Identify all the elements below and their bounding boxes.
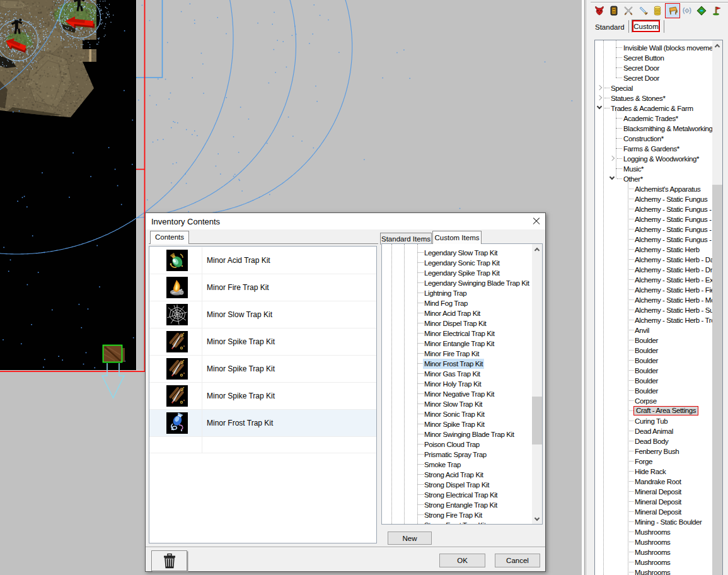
item-tree-row[interactable]: Strong Frost Trap Kit <box>382 520 532 525</box>
placeables-icon[interactable] <box>667 6 678 16</box>
item-tree-row[interactable]: Legendary Sonic Trap Kit <box>382 257 532 267</box>
scroll-thumb[interactable] <box>532 397 543 444</box>
palette-tree-item[interactable]: Boulder <box>595 355 712 365</box>
delete-button[interactable] <box>151 550 187 571</box>
palette-tree-item[interactable]: Mineral Deposit <box>595 486 712 496</box>
encounters-icon[interactable] <box>623 6 633 16</box>
palette-tree-item[interactable]: Corpse <box>595 395 712 405</box>
panel-splitter[interactable] <box>582 0 587 575</box>
palette-tree-item[interactable]: Alchemy - Static Herb - Moss <box>595 294 712 305</box>
palette-tree-item[interactable]: Mushrooms <box>595 557 712 567</box>
palette-tree-item[interactable]: Forge <box>595 456 712 466</box>
palette-tree-item[interactable]: Logging & Woodworking* <box>595 153 712 163</box>
item-tree-row[interactable]: Legendary Spike Trap Kit <box>382 267 532 277</box>
chevron-down-icon[interactable] <box>597 104 602 109</box>
palette-tree-item[interactable]: Blacksmithing & Metalworking* <box>595 123 712 133</box>
chevron-down-icon[interactable] <box>610 175 615 180</box>
item-tree-row[interactable]: Legendary Slow Trap Kit <box>382 247 532 257</box>
ok-button[interactable]: OK <box>439 554 485 567</box>
palette-tree-item[interactable]: Mineral Deposit <box>595 506 712 516</box>
scroll-thumb[interactable] <box>712 185 723 575</box>
item-tree-row[interactable]: Minor Slow Trap Kit <box>382 398 532 409</box>
palette-tree-item[interactable]: Boulder <box>595 375 712 385</box>
item-tree-row[interactable]: Minor Fire Trap Kit <box>382 348 532 358</box>
palette-tree-item[interactable]: Anvil <box>595 325 712 335</box>
item-tree-row[interactable]: Minor Dispel Trap Kit <box>382 318 532 328</box>
cancel-button[interactable]: Cancel <box>495 554 540 567</box>
palette-tree-item[interactable]: Alchemy - Static Fungus - Green <box>595 214 712 224</box>
item-tree-row[interactable]: Mind Fog Trap <box>382 298 532 308</box>
palette-tree-item[interactable]: Secret Door <box>595 62 712 73</box>
item-tree-row[interactable]: Minor Sonic Trap Kit <box>382 409 532 419</box>
tab-contents[interactable]: Contents <box>150 231 189 244</box>
palette-tree-item[interactable]: Statues & Stones* <box>595 93 712 103</box>
inventory-row[interactable]: Minor Fire Trap Kit <box>149 274 376 301</box>
palette-tree-item[interactable]: Alchemy - Static Herb - Field <box>595 284 712 294</box>
scroll-down-button[interactable] <box>532 514 543 525</box>
item-tree-row[interactable]: Minor Electrical Trap Kit <box>382 328 532 338</box>
item-tree-row[interactable]: Strong Fire Trap Kit <box>382 509 532 520</box>
item-tree-row[interactable]: Minor Gas Trap Kit <box>382 368 532 378</box>
palette-tree-item[interactable]: Alchemy - Static Fungus - Blue <box>595 204 712 214</box>
item-tree-row[interactable]: Minor Swinging Blade Trap Kit <box>382 429 532 439</box>
doors-icon[interactable] <box>609 6 619 16</box>
scroll-up-button[interactable] <box>532 244 543 255</box>
palette-tree-item[interactable]: Alchemy - Static Fungus - Tan <box>595 234 712 244</box>
palette-tree-item[interactable]: Boulder <box>595 365 712 375</box>
palette-tree-item[interactable]: Craft - Area Settings <box>595 405 712 415</box>
triggers-icon[interactable] <box>696 6 707 16</box>
palette-tree-item[interactable]: Boulder <box>595 385 712 395</box>
palette-tree-item[interactable]: Mushrooms <box>595 537 712 547</box>
item-tree-row[interactable]: Minor Entangle Trap Kit <box>382 338 532 348</box>
palette-tree-item[interactable]: Mushrooms <box>595 567 712 575</box>
inventory-row[interactable]: Minor Spike Trap Kit <box>149 328 376 356</box>
item-palette-tree[interactable]: Legendary Slow Trap KitLegendary Sonic T… <box>381 243 543 525</box>
palette-tree-item[interactable]: Dead Body <box>595 436 712 446</box>
tab-custom-items[interactable]: Custom Items <box>432 231 482 244</box>
palette-tree-item[interactable]: Mining - Static Boulder <box>595 516 712 526</box>
palette-tree-item[interactable]: Invisible Wall (blocks movement) <box>595 42 712 52</box>
palette-tree-item[interactable]: Other* <box>595 173 712 183</box>
palette-tree-item[interactable]: Alchemy - Static Fungus - Red <box>595 224 712 234</box>
scroll-up-button[interactable] <box>712 40 723 51</box>
palette-tree-item[interactable]: Dead Animal <box>595 426 712 436</box>
tab-standard[interactable]: Standard <box>595 23 625 31</box>
close-icon[interactable] <box>533 218 540 225</box>
palette-tree-item[interactable]: Alchemy - Static Herb - Tropical <box>595 315 712 325</box>
tab-custom[interactable]: Custom <box>632 20 661 33</box>
item-tree-row[interactable]: Minor Negative Trap Kit <box>382 388 532 398</box>
creatures-icon[interactable] <box>594 6 604 16</box>
merchants-icon[interactable] <box>652 6 662 16</box>
palette-tree-scrollbar[interactable] <box>712 40 723 575</box>
palette-tree-item[interactable]: Mushrooms <box>595 547 712 557</box>
palette-tree-item[interactable]: Mineral Deposit <box>595 496 712 506</box>
palette-tree-item[interactable]: Farms & Gardens* <box>595 143 712 153</box>
palette-tree-item[interactable]: Boulder <box>595 335 712 345</box>
item-tree-row[interactable]: Minor Spike Trap Kit <box>382 419 532 429</box>
palette-tree-item[interactable]: Secret Door <box>595 73 712 83</box>
item-tree-row[interactable]: Strong Dispel Trap Kit <box>382 479 532 489</box>
palette-tree-item[interactable]: Secret Button <box>595 52 712 62</box>
item-tree-row[interactable]: Minor Holy Trap Kit <box>382 378 532 388</box>
inventory-row[interactable]: Minor Slow Trap Kit <box>149 301 376 328</box>
palette-tree-item[interactable]: Alchemy - Static Herb - Summer <box>595 305 712 315</box>
sounds-icon[interactable] <box>682 6 692 16</box>
palette-tree-item[interactable]: Alchemist's Apparatus <box>595 183 712 194</box>
inventory-row[interactable]: Minor Spike Trap Kit <box>149 383 376 410</box>
palette-tree-item[interactable]: Academic Trades* <box>595 113 712 123</box>
item-tree-row[interactable]: Strong Acid Trap Kit <box>382 469 532 479</box>
palette-tree-item[interactable]: Trades & Academic & Farm <box>595 103 712 113</box>
new-button[interactable]: New <box>388 531 432 545</box>
palette-tree-item[interactable]: Alchemy - Static Herb - Exotic <box>595 274 712 284</box>
dialog-titlebar[interactable]: Inventory Contents <box>146 213 545 229</box>
item-tree-row[interactable]: Lightning Trap <box>382 288 532 298</box>
item-tree-row[interactable]: Poison Cloud Trap <box>382 439 532 449</box>
inventory-row[interactable]: Minor Spike Trap Kit <box>149 356 376 383</box>
inventory-row[interactable]: Minor Frost Trap Kit <box>149 410 376 437</box>
palette-tree-item[interactable]: Alchemy - Static Herb - Dark <box>595 254 712 264</box>
selected-placeable-crate[interactable] <box>103 346 125 363</box>
palette-tree-item[interactable]: Construction* <box>595 133 712 143</box>
palette-tree-item[interactable]: Alchemy - Static Herb <box>595 244 712 254</box>
palette-tree-item[interactable]: Special <box>595 83 712 93</box>
items-icon[interactable] <box>638 6 648 16</box>
